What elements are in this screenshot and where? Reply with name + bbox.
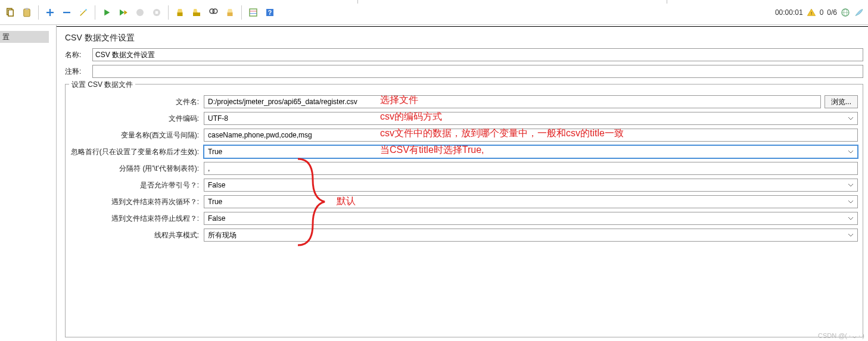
svg-marker-12 bbox=[125, 10, 127, 15]
top-divider bbox=[357, 0, 667, 4]
chevron-down-icon bbox=[848, 149, 854, 155]
svg-marker-25 bbox=[228, 9, 233, 12]
svg-point-22 bbox=[213, 9, 217, 14]
svg-marker-11 bbox=[120, 9, 125, 15]
svg-text:?: ? bbox=[268, 8, 272, 15]
browse-button[interactable]: 浏览... bbox=[825, 95, 858, 108]
filename-input[interactable] bbox=[204, 95, 821, 108]
watermark: CSDN @( · ᴗ · ) bbox=[818, 332, 864, 340]
panel-title: CSV 数据文件设置 bbox=[65, 30, 863, 48]
paste-icon[interactable] bbox=[20, 6, 33, 19]
svg-marker-17 bbox=[178, 9, 183, 12]
stop-all-icon[interactable] bbox=[150, 6, 163, 19]
svg-line-7 bbox=[80, 10, 86, 15]
left-tree-panel[interactable]: 置 bbox=[0, 25, 57, 341]
feather-icon bbox=[854, 8, 864, 17]
ignore-first-label: 忽略首行(只在设置了变量名称后才生效): bbox=[70, 147, 200, 157]
comment-label: 注释: bbox=[65, 67, 89, 77]
svg-rect-15 bbox=[155, 11, 158, 14]
clear-icon[interactable] bbox=[173, 6, 186, 19]
varnames-label: 变量名称(西文逗号间隔): bbox=[70, 130, 200, 140]
encoding-label: 文件编码: bbox=[70, 114, 200, 124]
allow-quoted-label: 是否允许带引号？: bbox=[70, 180, 200, 190]
reset-search-icon[interactable] bbox=[223, 6, 237, 19]
name-label: 名称: bbox=[65, 50, 89, 60]
chevron-down-icon bbox=[848, 232, 854, 238]
encoding-select[interactable] bbox=[204, 112, 858, 125]
stop-thread-label: 遇到文件结束符停止线程？: bbox=[70, 214, 200, 224]
globe-icon bbox=[841, 8, 850, 17]
svg-rect-26 bbox=[250, 9, 257, 16]
play-continue-icon[interactable] bbox=[117, 6, 130, 19]
svg-rect-19 bbox=[197, 12, 200, 16]
thread-count: 0/6 bbox=[827, 8, 837, 17]
comment-input[interactable] bbox=[92, 65, 863, 78]
svg-rect-3 bbox=[26, 8, 29, 10]
svg-rect-18 bbox=[193, 12, 197, 16]
recycle-label: 遇到文件结束符再次循环？: bbox=[70, 197, 200, 207]
clear-all-icon[interactable] bbox=[190, 6, 203, 19]
svg-rect-16 bbox=[178, 12, 183, 16]
svg-rect-2 bbox=[24, 9, 30, 17]
plus-icon[interactable] bbox=[43, 6, 57, 19]
varnames-input[interactable] bbox=[204, 129, 858, 142]
svg-text:!: ! bbox=[811, 11, 812, 16]
csv-fieldset: 设置 CSV 数据文件 文件名: 浏览... 选择文件 文件编码: csv的编码… bbox=[65, 84, 863, 337]
csv-config-panel: CSV 数据文件设置 名称: 注释: 设置 CSV 数据文件 文件名: 浏览..… bbox=[57, 27, 868, 341]
recycle-select[interactable] bbox=[204, 195, 858, 208]
delimiter-label: 分隔符 (用'\t'代替制表符): bbox=[70, 164, 200, 174]
warning-icon: ! bbox=[807, 8, 816, 17]
copy-icon[interactable] bbox=[4, 6, 17, 19]
toolbar: ? 00:00:01 ! 0 0/6 bbox=[0, 0, 868, 25]
tree-selected-item[interactable]: 置 bbox=[0, 31, 49, 43]
play-icon[interactable] bbox=[100, 6, 113, 19]
svg-marker-10 bbox=[104, 9, 110, 15]
function-helper-icon[interactable] bbox=[247, 6, 260, 19]
svg-rect-1 bbox=[8, 10, 13, 16]
svg-point-8 bbox=[85, 9, 87, 11]
help-icon[interactable]: ? bbox=[263, 6, 276, 19]
search-icon[interactable] bbox=[207, 6, 220, 19]
delimiter-input[interactable] bbox=[204, 162, 858, 175]
share-mode-select[interactable] bbox=[204, 229, 858, 242]
chevron-down-icon bbox=[848, 199, 854, 205]
svg-point-9 bbox=[80, 11, 82, 12]
chevron-down-icon bbox=[848, 182, 854, 188]
svg-point-13 bbox=[136, 9, 144, 16]
ignore-first-select[interactable] bbox=[204, 145, 858, 158]
chevron-down-icon bbox=[848, 115, 854, 121]
svg-rect-24 bbox=[228, 12, 233, 16]
svg-marker-20 bbox=[193, 9, 198, 12]
wand-icon[interactable] bbox=[77, 6, 90, 19]
filename-label: 文件名: bbox=[70, 97, 200, 107]
stop-thread-select[interactable] bbox=[204, 212, 858, 225]
minus-icon[interactable] bbox=[60, 6, 73, 19]
warn-count: 0 bbox=[820, 8, 824, 17]
share-mode-label: 线程共享模式: bbox=[70, 230, 200, 240]
allow-quoted-select[interactable] bbox=[204, 179, 858, 192]
name-input[interactable] bbox=[92, 48, 863, 61]
timer-text: 00:00:01 bbox=[775, 8, 803, 17]
chevron-down-icon bbox=[848, 215, 854, 221]
stop-icon[interactable] bbox=[133, 6, 147, 19]
fieldset-legend: 设置 CSV 数据文件 bbox=[69, 80, 135, 90]
